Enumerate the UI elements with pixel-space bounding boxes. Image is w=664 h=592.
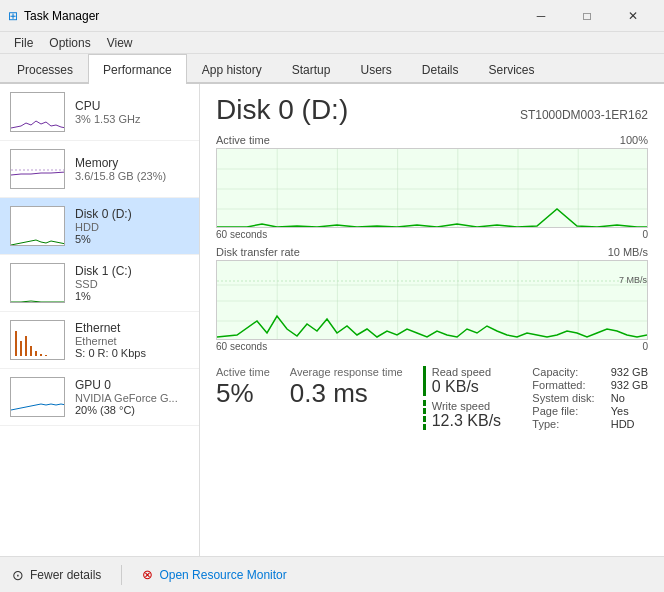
write-speed-value: 12.3 KB/s: [432, 412, 501, 430]
gpu-info: GPU 0 NVIDIA GeForce G... 20% (38 °C): [75, 378, 189, 416]
formatted-value: 932 GB: [611, 379, 648, 391]
disk0-info: Disk 0 (D:) HDD 5%: [75, 207, 189, 245]
sidebar-item-cpu[interactable]: CPU 3% 1.53 GHz: [0, 84, 199, 141]
app-title: Task Manager: [24, 9, 99, 23]
disk1-info: Disk 1 (C:) SSD 1%: [75, 264, 189, 302]
title-bar: ⊞ Task Manager ─ □ ✕: [0, 0, 664, 32]
cpu-usage: 3% 1.53 GHz: [75, 113, 189, 125]
maximize-button[interactable]: □: [564, 0, 610, 32]
memory-thumbnail: [10, 149, 65, 189]
cpu-name: CPU: [75, 99, 189, 113]
stats-section: Active time 5% Average response time 0.3…: [216, 366, 648, 430]
cpu-thumbnail: [10, 92, 65, 132]
write-speed-label: Write speed: [432, 400, 501, 412]
tab-app-history[interactable]: App history: [187, 54, 277, 84]
memory-info: Memory 3.6/15.8 GB (23%): [75, 156, 189, 182]
chart2-zero: 0: [642, 341, 648, 352]
menu-bar: File Options View: [0, 32, 664, 54]
chart2-label: Disk transfer rate: [216, 246, 300, 258]
disk1-name: Disk 1 (C:): [75, 264, 189, 278]
system-disk-label: System disk:: [532, 392, 594, 404]
title-bar-left: ⊞ Task Manager: [8, 9, 99, 23]
chart1-label: Active time: [216, 134, 270, 146]
sidebar-item-disk0[interactable]: Disk 0 (D:) HDD 5%: [0, 198, 199, 255]
tab-services[interactable]: Services: [474, 54, 550, 84]
disk1-thumbnail: [10, 263, 65, 303]
disk1-type: SSD: [75, 278, 189, 290]
disk-title: Disk 0 (D:): [216, 94, 348, 126]
chart1-label-row: Active time 100%: [216, 134, 648, 146]
open-monitor-label[interactable]: Open Resource Monitor: [159, 568, 286, 582]
write-speed-item: Write speed 12.3 KB/s: [423, 400, 501, 430]
page-file-value: Yes: [611, 405, 648, 417]
gpu-name: GPU 0: [75, 378, 189, 392]
chart1-max: 100%: [620, 134, 648, 146]
close-button[interactable]: ✕: [610, 0, 656, 32]
tab-details[interactable]: Details: [407, 54, 474, 84]
disk0-type: HDD: [75, 221, 189, 233]
ethernet-speed: S: 0 R: 0 Kbps: [75, 347, 189, 359]
chart2-bottom-row: 60 seconds 0: [216, 341, 648, 352]
menu-options[interactable]: Options: [41, 34, 98, 51]
open-resource-monitor-button[interactable]: ⊗ Open Resource Monitor: [142, 567, 286, 582]
svg-rect-13: [11, 378, 65, 417]
active-time-value: 5%: [216, 378, 270, 409]
active-time-chart: [216, 148, 648, 228]
svg-rect-14: [217, 149, 647, 228]
tab-processes[interactable]: Processes: [2, 54, 88, 84]
transfer-rate-chart: 7 MB/s: [216, 260, 648, 340]
type-label: Type:: [532, 418, 594, 430]
bottom-separator: [121, 565, 122, 585]
system-disk-value: No: [611, 392, 648, 404]
disk0-name: Disk 0 (D:): [75, 207, 189, 221]
ethernet-info: Ethernet Ethernet S: 0 R: 0 Kbps: [75, 321, 189, 359]
sidebar-item-gpu[interactable]: GPU 0 NVIDIA GeForce G... 20% (38 °C): [0, 369, 199, 426]
gpu-model: NVIDIA GeForce G...: [75, 392, 189, 404]
sidebar-item-memory[interactable]: Memory 3.6/15.8 GB (23%): [0, 141, 199, 198]
page-file-label: Page file:: [532, 405, 594, 417]
fewer-details-button[interactable]: ⊙ Fewer details: [12, 567, 101, 583]
minimize-button[interactable]: ─: [518, 0, 564, 32]
memory-usage: 3.6/15.8 GB (23%): [75, 170, 189, 182]
chart2-label-row: Disk transfer rate 10 MB/s: [216, 246, 648, 258]
menu-file[interactable]: File: [6, 34, 41, 51]
chart2-max: 10 MB/s: [608, 246, 648, 258]
avg-response-label: Average response time: [290, 366, 403, 378]
read-speed-item: Read speed 0 KB/s: [423, 366, 501, 396]
cpu-info: CPU 3% 1.53 GHz: [75, 99, 189, 125]
disk0-thumbnail: [10, 206, 65, 246]
gpu-thumbnail: [10, 377, 65, 417]
disk-model: ST1000DM003-1ER162: [520, 108, 648, 122]
ethernet-name: Ethernet: [75, 321, 189, 335]
svg-rect-24: [217, 261, 647, 340]
svg-rect-4: [11, 264, 65, 303]
app-icon: ⊞: [8, 9, 18, 23]
disk-header: Disk 0 (D:) ST1000DM003-1ER162: [216, 94, 648, 126]
chart1-bottom-row: 60 seconds 0: [216, 229, 648, 240]
sidebar: CPU 3% 1.53 GHz Memory 3.6/15.8 GB (23%): [0, 84, 200, 556]
menu-view[interactable]: View: [99, 34, 141, 51]
read-speed-value: 0 KB/s: [432, 378, 501, 396]
tab-bar: Processes Performance App history Startu…: [0, 54, 664, 84]
tab-performance[interactable]: Performance: [88, 54, 187, 84]
sidebar-item-ethernet[interactable]: Ethernet Ethernet S: 0 R: 0 Kbps: [0, 312, 199, 369]
svg-rect-3: [11, 207, 65, 246]
capacity-label: Capacity:: [532, 366, 594, 378]
sidebar-item-disk1[interactable]: Disk 1 (C:) SSD 1%: [0, 255, 199, 312]
tab-startup[interactable]: Startup: [277, 54, 346, 84]
chart1-time: 60 seconds: [216, 229, 267, 240]
type-value: HDD: [611, 418, 648, 430]
resource-monitor-icon: ⊗: [142, 567, 153, 582]
read-speed-label: Read speed: [432, 366, 501, 378]
svg-rect-5: [11, 321, 65, 360]
svg-text:7 MB/s: 7 MB/s: [619, 275, 647, 285]
main-content: CPU 3% 1.53 GHz Memory 3.6/15.8 GB (23%): [0, 84, 664, 556]
capacity-value: 932 GB: [611, 366, 648, 378]
tab-users[interactable]: Users: [345, 54, 406, 84]
fewer-details-icon: ⊙: [12, 567, 24, 583]
svg-rect-1: [11, 150, 65, 189]
title-bar-controls: ─ □ ✕: [518, 0, 656, 32]
avg-response-value: 0.3 ms: [290, 378, 403, 409]
active-time-stat: Active time 5%: [216, 366, 270, 409]
content-panel: Disk 0 (D:) ST1000DM003-1ER162 Active ti…: [200, 84, 664, 556]
